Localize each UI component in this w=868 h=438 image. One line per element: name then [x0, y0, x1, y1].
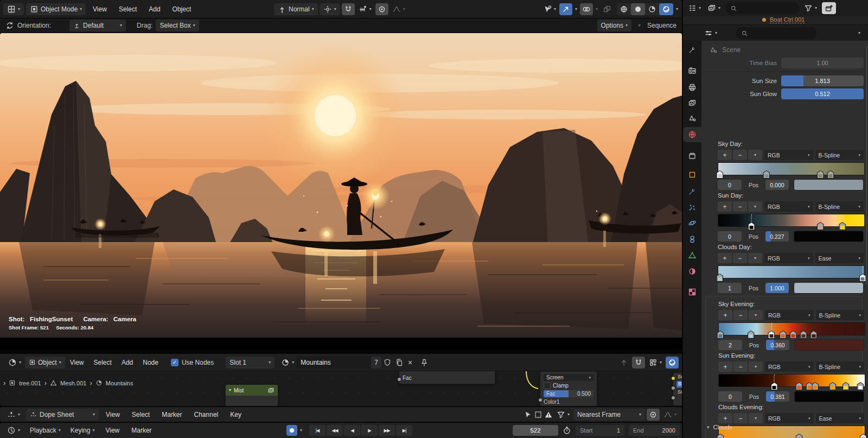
- drag-mode-dropdown[interactable]: Select Box ▾: [156, 20, 199, 31]
- proportional-edit-toggle[interactable]: [375, 3, 388, 15]
- properties-scrollbar[interactable]: [866, 46, 867, 285]
- snap-toggle-button[interactable]: [342, 3, 355, 15]
- fac-slider[interactable]: Fac 0.500: [544, 390, 593, 397]
- stop-position-field[interactable]: 1.000: [765, 283, 789, 293]
- dope-menu-marker[interactable]: Marker: [157, 411, 187, 418]
- properties-tab-object[interactable]: [683, 167, 701, 182]
- add-stop-button[interactable]: +: [718, 361, 732, 372]
- node-editor-canvas[interactable]: › tree.001 › Mesh.001 › Mountains ▾ Mist…: [0, 371, 682, 406]
- sidebar-toggle-icon[interactable]: ‹: [677, 42, 680, 50]
- partial-node[interactable]: Subs B Su: [673, 372, 682, 406]
- input-socket[interactable]: [671, 396, 675, 400]
- stop-index-field[interactable]: 2: [718, 340, 742, 350]
- fake-user-button[interactable]: [381, 357, 393, 369]
- shading-dropdown[interactable]: ▾: [674, 7, 680, 11]
- copy-material-button[interactable]: [393, 357, 405, 369]
- keying-options-dropdown[interactable]: ▾: [298, 428, 304, 433]
- prev-keyframe-button[interactable]: ◀◀: [327, 425, 343, 436]
- add-stop-button[interactable]: +: [718, 150, 732, 160]
- add-stop-button[interactable]: +: [718, 310, 732, 320]
- panel-collapse-icon[interactable]: ▾: [638, 23, 641, 28]
- stop-color-swatch[interactable]: [794, 282, 864, 294]
- properties-tab-wrench[interactable]: [683, 184, 701, 199]
- properties-editor-type-selector[interactable]: ▾: [703, 27, 719, 39]
- sun-glow-slider[interactable]: 0.512: [781, 88, 864, 99]
- timeline-menu-view[interactable]: View: [100, 427, 124, 434]
- stopwatch-icon[interactable]: [563, 426, 571, 435]
- shading-solid-button[interactable]: [631, 3, 645, 15]
- options-dropdown[interactable]: Options ▾: [597, 20, 631, 31]
- stop-index-field[interactable]: 0: [718, 391, 742, 402]
- mode-selector[interactable]: Object Mode ▾: [26, 3, 86, 15]
- ramp-options-dropdown[interactable]: ▾: [749, 361, 763, 372]
- properties-tab-camera[interactable]: [683, 63, 701, 78]
- color-ramp-gradient[interactable]: [718, 162, 865, 175]
- properties-tab-scene[interactable]: [683, 111, 701, 126]
- properties-tab-particles[interactable]: [683, 200, 701, 215]
- dope-menu-select[interactable]: Select: [127, 411, 155, 418]
- breadcrumb-material[interactable]: Mountains: [106, 380, 133, 386]
- color-ramp-gradient[interactable]: [718, 374, 865, 387]
- shading-wireframe-button[interactable]: [617, 3, 631, 15]
- properties-search-input[interactable]: [736, 27, 816, 39]
- blend-mode-dropdown[interactable]: Screen ▾: [544, 374, 593, 381]
- snap-target-dropdown[interactable]: ▾: [356, 3, 374, 15]
- orientation-value-dropdown[interactable]: Default ▾: [69, 20, 126, 31]
- shader-menu-node[interactable]: Node: [138, 359, 163, 366]
- ramp-options-dropdown[interactable]: ▾: [749, 310, 763, 320]
- stop-position-field[interactable]: 0.381: [766, 391, 789, 402]
- remove-stop-button[interactable]: −: [733, 150, 747, 160]
- slot-dropdown[interactable]: Slot 1▾: [226, 357, 275, 369]
- stop-index-field[interactable]: 0: [718, 180, 742, 190]
- transform-orientation-dropdown[interactable]: Normal ▾: [274, 3, 318, 15]
- timeline-editor-type-selector[interactable]: ▾: [3, 424, 24, 436]
- properties-tab-constraint[interactable]: [683, 232, 701, 247]
- shader-type-dropdown[interactable]: Object ▾: [25, 357, 65, 369]
- editor-type-selector[interactable]: ▾: [3, 3, 24, 15]
- shader-editor-type-selector[interactable]: ▾: [4, 357, 25, 369]
- remove-stop-button[interactable]: −: [733, 310, 748, 320]
- shader-menu-select[interactable]: Select: [89, 359, 117, 366]
- dope-proportional-toggle[interactable]: [647, 409, 660, 421]
- node-snap-target-dropdown[interactable]: ▾: [647, 357, 664, 369]
- playback-dropdown[interactable]: Playback▾: [26, 424, 65, 436]
- interpolation-dropdown[interactable]: B-Spline▾: [816, 361, 865, 372]
- stop-position-field[interactable]: 0.227: [765, 231, 789, 242]
- color-ramp-gradient[interactable]: [718, 265, 865, 278]
- pivot-point-dropdown[interactable]: ▾: [320, 3, 340, 15]
- properties-tab-material[interactable]: [683, 264, 701, 279]
- color-mode-dropdown[interactable]: RGB▾: [764, 201, 813, 212]
- input-socket[interactable]: [538, 398, 542, 402]
- clouds-panel-header[interactable]: ▾ Clouds: [701, 421, 868, 434]
- properties-tab-texture[interactable]: [683, 284, 701, 300]
- input-socket-yellow[interactable]: [671, 376, 675, 380]
- properties-tab-physics[interactable]: [683, 215, 701, 231]
- properties-tab-meshdata[interactable]: [683, 247, 701, 263]
- color-ramp-gradient[interactable]: [718, 214, 865, 227]
- pin-button[interactable]: [418, 357, 430, 369]
- properties-tab-printer[interactable]: [683, 80, 701, 95]
- dope-menu-view[interactable]: View: [101, 411, 125, 418]
- stop-index-field[interactable]: 1: [718, 283, 742, 293]
- properties-tab-world[interactable]: [683, 127, 701, 142]
- node-overlays-toggle[interactable]: [666, 357, 679, 369]
- dope-falloff-dropdown[interactable]: ▾: [661, 409, 679, 421]
- show-gizmo-dropdown[interactable]: ▾: [541, 3, 558, 15]
- next-keyframe-button[interactable]: ▶▶: [379, 425, 395, 436]
- outliner-search-input[interactable]: [725, 2, 799, 14]
- input-socket[interactable]: [671, 386, 675, 390]
- jump-to-start-button[interactable]: |◀: [309, 425, 326, 436]
- properties-tab-images[interactable]: [683, 96, 701, 111]
- ramp-options-dropdown[interactable]: ▾: [748, 150, 762, 160]
- remove-stop-button[interactable]: −: [733, 201, 747, 212]
- dope-menu-key[interactable]: Key: [225, 411, 246, 418]
- mix-node[interactable]: Screen ▾ Clamp Fac 0.500 Color1: [540, 371, 597, 406]
- gizmo-dropdown[interactable]: ▾: [573, 7, 579, 11]
- material-name-field[interactable]: Mountains: [296, 357, 371, 369]
- stop-color-swatch[interactable]: [794, 391, 864, 402]
- shading-rendered-button[interactable]: [659, 3, 673, 15]
- stop-index-field[interactable]: 0: [718, 231, 742, 242]
- warning-icon[interactable]: [544, 410, 553, 419]
- properties-tab-tool[interactable]: [683, 42, 701, 58]
- properties-tab-collection[interactable]: [683, 148, 701, 163]
